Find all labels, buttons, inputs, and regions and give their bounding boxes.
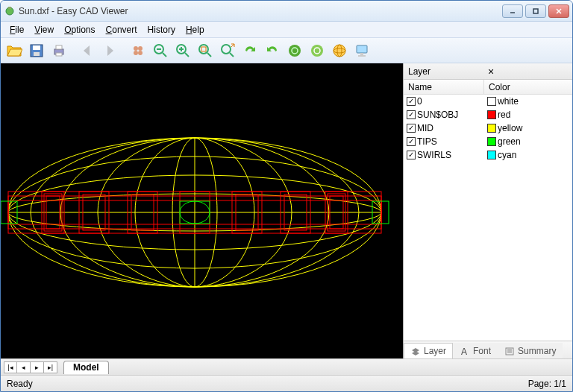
svg-rect-34 [360, 53, 363, 55]
layer-checkbox[interactable]: ✓ [407, 124, 416, 133]
column-header-name[interactable]: Name [404, 80, 484, 94]
side-panel: Layer × Name Color ✓0white✓SUN$OBJred✓MI… [403, 63, 572, 358]
color-swatch [487, 124, 496, 133]
panel-title: Layer [408, 66, 488, 77]
panel-tab-label: Layer [424, 346, 446, 356]
nav-back-icon [77, 40, 98, 61]
panel-tab-label: Summary [518, 346, 556, 356]
svg-point-29 [311, 45, 323, 57]
menu-help[interactable]: Help [181, 23, 209, 37]
panel-tab-layer[interactable]: Layer [404, 343, 453, 359]
svg-rect-10 [56, 45, 62, 49]
status-text: Ready [7, 379, 528, 389]
svg-point-12 [134, 46, 138, 51]
layer-checkbox[interactable]: ✓ [407, 137, 416, 146]
svg-line-24 [207, 53, 211, 57]
layer-color-name: cyan [498, 150, 516, 160]
layer-row[interactable]: ✓0white [404, 95, 572, 108]
maximize-button[interactable] [525, 4, 546, 18]
globe-icon[interactable] [329, 40, 350, 61]
content-area: Layer × Name Color ✓0white✓SUN$OBJred✓MI… [1, 63, 572, 358]
svg-point-14 [134, 51, 138, 55]
menu-history[interactable]: History [143, 23, 180, 37]
undo-icon[interactable] [262, 40, 283, 61]
layer-name: 0 [417, 96, 422, 107]
svg-line-27 [230, 53, 234, 57]
minimize-button[interactable] [502, 4, 523, 18]
color-swatch [487, 151, 496, 159]
menu-file[interactable]: File [5, 23, 28, 37]
zoom-window-icon[interactable] [217, 40, 238, 61]
layer-color-name: red [498, 110, 510, 120]
svg-rect-8 [34, 52, 40, 56]
tab-next-button[interactable]: ▸ [31, 361, 44, 373]
tab-last-button[interactable]: ▸| [44, 361, 57, 373]
model-tab[interactable]: Model [63, 361, 109, 374]
titlebar[interactable]: Sun.dxf - Easy CAD Viewer [1, 1, 572, 22]
drawing-canvas [1, 63, 403, 358]
tab-first-button[interactable]: |◂ [4, 361, 17, 373]
layer-table: Name Color ✓0white✓SUN$OBJred✓MIDyellow✓… [404, 80, 572, 341]
svg-rect-35 [358, 55, 366, 57]
svg-rect-1 [8, 7, 11, 9]
panel-header: Layer × [404, 63, 572, 80]
layer-color-name: white [498, 96, 519, 107]
column-header-color[interactable]: Color [484, 80, 572, 94]
panel-tabs: LayerAFontSummary [404, 341, 572, 358]
convert-dark-icon[interactable] [284, 40, 305, 61]
layer-row[interactable]: ✓MIDyellow [404, 121, 572, 135]
layer-row[interactable]: ✓SUN$OBJred [404, 108, 572, 121]
panel-tab-label: Font [473, 346, 491, 356]
zoom-out-icon[interactable] [150, 40, 171, 61]
status-bar: Ready Page: 1/1 [1, 375, 572, 391]
layer-table-header: Name Color [404, 80, 572, 95]
page-indicator: Page: 1/1 [528, 379, 566, 389]
tab-nav-buttons: |◂ ◂ ▸ ▸| [4, 361, 57, 373]
panel-close-button[interactable]: × [488, 66, 568, 77]
zoom-extents-icon[interactable] [195, 40, 216, 61]
layer-row[interactable]: ✓SWIRLScyan [404, 148, 572, 162]
layer-checkbox[interactable]: ✓ [407, 151, 416, 159]
menubar: FileViewOptionsConvertHistoryHelp [1, 22, 572, 38]
cad-viewport[interactable] [1, 63, 403, 358]
print-icon[interactable] [48, 40, 69, 61]
layer-name: MID [417, 123, 433, 133]
menu-view[interactable]: View [30, 23, 58, 37]
layer-color-name: green [498, 136, 521, 147]
app-window: Sun.dxf - Easy CAD Viewer FileViewOption… [0, 0, 573, 392]
summary-icon [504, 346, 515, 356]
svg-text:A: A [461, 347, 467, 356]
layer-name: SWIRLS [417, 150, 451, 160]
layer-name: SUN$OBJ [417, 110, 458, 120]
svg-rect-33 [357, 45, 367, 53]
svg-point-15 [138, 51, 143, 55]
svg-line-20 [185, 53, 189, 57]
layer-checkbox[interactable]: ✓ [407, 97, 416, 106]
color-swatch [487, 97, 496, 106]
layer-checkbox[interactable]: ✓ [407, 110, 416, 119]
layer-row[interactable]: ✓TIPSgreen [404, 135, 572, 148]
svg-point-28 [289, 45, 301, 57]
svg-point-13 [138, 46, 143, 51]
redo-icon[interactable] [239, 40, 260, 61]
color-swatch [487, 137, 496, 146]
panel-tab-summary[interactable]: Summary [498, 343, 563, 359]
panel-tab-font[interactable]: AFont [453, 343, 498, 359]
convert-icon[interactable] [307, 40, 328, 61]
pan-icon[interactable] [128, 40, 148, 61]
font-icon: A [460, 346, 470, 356]
svg-point-26 [222, 45, 231, 54]
save-icon[interactable] [26, 40, 47, 61]
menu-options[interactable]: Options [60, 23, 99, 37]
menu-convert[interactable]: Convert [101, 23, 142, 37]
monitor-icon[interactable] [351, 40, 372, 61]
open-file-icon[interactable] [4, 40, 25, 61]
close-button[interactable] [548, 4, 569, 18]
svg-line-17 [163, 53, 166, 57]
svg-rect-25 [201, 47, 206, 51]
zoom-in-icon[interactable] [172, 40, 193, 61]
window-title: Sun.dxf - Easy CAD Viewer [19, 6, 502, 16]
svg-rect-11 [56, 53, 62, 56]
layer-name: TIPS [417, 136, 437, 147]
tab-prev-button[interactable]: ◂ [17, 361, 31, 373]
